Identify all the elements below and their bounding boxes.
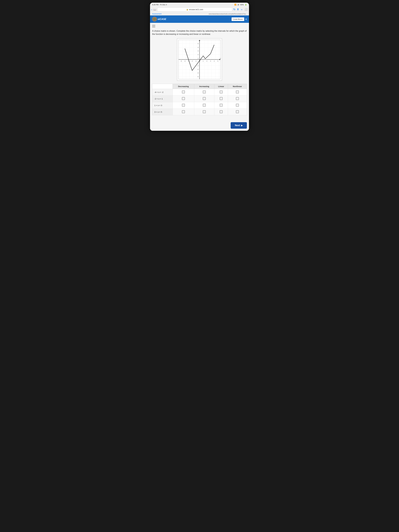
tabs-icon[interactable]: ⬜ xyxy=(244,8,248,11)
next-button-label: Next xyxy=(235,124,240,127)
increasing-1-cell xyxy=(194,89,214,95)
app-header: 🌿 eiCASE Linda Moore ≡ xyxy=(150,15,249,23)
checkbox-lin-4[interactable] xyxy=(220,110,223,113)
svg-text:-2: -2 xyxy=(197,69,198,70)
secondary-url-text: www.itawambacountyschools.com/pdfs/Remed… xyxy=(209,13,247,15)
url-text: encase.te21.com xyxy=(189,8,203,11)
status-bar: 6:26 PM Fri Dec 4 📶 @ 60% 🔋 xyxy=(150,3,249,7)
checkbox-nonlin-4[interactable] xyxy=(236,110,239,113)
svg-text:5: 5 xyxy=(198,43,199,44)
svg-text:4: 4 xyxy=(214,60,215,62)
battery-indicator: 60% xyxy=(240,4,244,6)
svg-text:-1: -1 xyxy=(195,60,196,62)
increasing-3-cell xyxy=(194,102,214,109)
decreasing-3-cell xyxy=(173,102,194,109)
svg-text:-5: -5 xyxy=(181,60,182,62)
x-axis-label: x xyxy=(220,57,221,59)
next-button[interactable]: Next ▶ xyxy=(231,122,247,129)
decreasing-header: Decreasing xyxy=(173,84,194,89)
svg-text:3: 3 xyxy=(198,50,199,52)
svg-text:-3: -3 xyxy=(197,72,198,74)
checkbox-dec-2[interactable] xyxy=(182,97,185,100)
status-indicators: 📶 @ 60% 🔋 xyxy=(234,4,247,6)
checkbox-inc-3[interactable] xyxy=(203,104,206,107)
linear-header: Linear xyxy=(214,84,228,89)
checkbox-inc-1[interactable] xyxy=(203,90,206,93)
secondary-bar: Assessment www.itawambacountyschools.com… xyxy=(150,12,249,15)
refresh-icon[interactable]: ↻ xyxy=(233,8,235,11)
checkbox-dec-1[interactable] xyxy=(182,90,185,93)
svg-text:1: 1 xyxy=(198,57,199,59)
interval-4: 3 < x < 5 xyxy=(152,109,173,115)
checkbox-inc-2[interactable] xyxy=(203,97,206,100)
svg-text:3: 3 xyxy=(210,60,211,62)
svg-text:2: 2 xyxy=(207,60,207,62)
logo-emblem: 🌿 xyxy=(152,17,157,21)
checkbox-dec-3[interactable] xyxy=(182,104,185,107)
svg-text:1: 1 xyxy=(203,60,204,62)
checkbox-dec-4[interactable] xyxy=(182,110,185,113)
y-axis-label: y xyxy=(199,40,200,42)
app-logo: 🌿 eiCASE xyxy=(152,17,166,21)
nonlinear-1-cell xyxy=(228,89,247,95)
choice-matrix-table: Decreasing Increasing Linear Nonlinear -… xyxy=(152,84,247,115)
back-button[interactable]: ‹ xyxy=(151,8,152,11)
nonlinear-2-cell xyxy=(228,95,247,102)
interval-2: -2 < x < 1 xyxy=(152,95,173,102)
decreasing-2-cell xyxy=(173,95,194,102)
logo-text: eiCASE xyxy=(158,18,166,21)
svg-text:5: 5 xyxy=(217,60,218,62)
checkbox-lin-1[interactable] xyxy=(220,90,223,93)
svg-text:-4: -4 xyxy=(197,76,198,77)
signal-icon: @ xyxy=(238,4,239,6)
menu-icon[interactable]: ≡ xyxy=(245,18,247,21)
battery-icon: 🔋 xyxy=(245,4,247,6)
section-icon xyxy=(152,25,155,27)
svg-text:4: 4 xyxy=(198,47,199,48)
url-bar[interactable]: 🔒 encase.te21.com xyxy=(157,7,232,12)
increasing-header: Increasing xyxy=(194,84,214,89)
nonlinear-4-cell xyxy=(228,109,247,115)
share-icon[interactable]: ⬆ xyxy=(237,8,239,11)
svg-text:-2: -2 xyxy=(192,60,193,62)
linear-1-cell xyxy=(214,89,228,95)
graph-container: x y -5 -4 -3 -2 -1 0 1 2 3 4 5 5 4 3 2 xyxy=(152,38,247,81)
question-text: A choice matrix is shown. Complete the c… xyxy=(152,29,247,36)
graph-svg: x y -5 -4 -3 -2 -1 0 1 2 3 4 5 5 4 3 2 xyxy=(177,38,222,81)
table-row: -2 < x < 1 xyxy=(152,95,247,102)
browser-actions: ↻ ⬆ ＋ ⬜ xyxy=(233,8,248,11)
back-link[interactable]: Assessment xyxy=(152,13,162,15)
bookmarks-icon[interactable]: 📖 xyxy=(153,8,156,11)
checkbox-nonlin-3[interactable] xyxy=(236,104,239,107)
status-time: 6:26 PM Fri Dec 4 xyxy=(152,4,167,6)
increasing-4-cell xyxy=(194,109,214,115)
checkbox-lin-3[interactable] xyxy=(220,104,223,107)
linear-4-cell xyxy=(214,109,228,115)
add-tab-icon[interactable]: ＋ xyxy=(241,8,243,11)
checkbox-nonlin-1[interactable] xyxy=(236,90,239,93)
bottom-bar: Next ▶ xyxy=(150,120,249,131)
svg-text:2: 2 xyxy=(198,54,199,55)
checkbox-nonlin-2[interactable] xyxy=(236,97,239,100)
device-frame: 6:26 PM Fri Dec 4 📶 @ 60% 🔋 ‹ 📖 🔒 encase… xyxy=(150,3,249,131)
nonlinear-3-cell xyxy=(228,102,247,109)
checkbox-lin-2[interactable] xyxy=(220,97,223,100)
checkbox-inc-4[interactable] xyxy=(203,110,206,113)
main-content: A choice matrix is shown. Complete the c… xyxy=(150,23,249,120)
lock-icon: 🔒 xyxy=(186,9,188,10)
table-row: 1 < x < 3 xyxy=(152,102,247,109)
linear-2-cell xyxy=(214,95,228,102)
interval-1: -4 < x < -2 xyxy=(152,89,173,95)
wifi-icon: 📶 xyxy=(234,4,236,6)
user-name-button[interactable]: Linda Moore xyxy=(232,17,244,21)
table-row: 3 < x < 5 xyxy=(152,109,247,115)
decreasing-1-cell xyxy=(173,89,194,95)
increasing-2-cell xyxy=(194,95,214,102)
linear-3-cell xyxy=(214,102,228,109)
next-arrow-icon: ▶ xyxy=(241,124,243,127)
svg-text:-1: -1 xyxy=(197,65,198,66)
interval-3: 1 < x < 3 xyxy=(152,102,173,109)
browser-bar: ‹ 📖 🔒 encase.te21.com ↻ ⬆ ＋ ⬜ xyxy=(150,7,249,12)
decreasing-4-cell xyxy=(173,109,194,115)
nonlinear-header: Nonlinear xyxy=(228,84,247,89)
